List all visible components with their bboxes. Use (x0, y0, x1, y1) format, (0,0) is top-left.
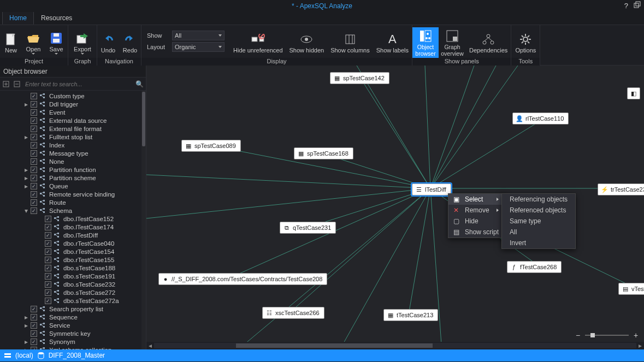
checkbox[interactable] (45, 224, 51, 230)
tree-item[interactable]: dbo.rTestCase154 (0, 247, 146, 256)
tree-item[interactable]: External data source (0, 116, 146, 124)
checkbox[interactable] (31, 175, 37, 181)
checkbox[interactable] (45, 273, 51, 280)
checkbox[interactable] (45, 240, 51, 247)
checkbox[interactable] (31, 109, 37, 116)
expand-icon[interactable]: ▸ (24, 174, 28, 182)
tree-item[interactable]: Symmetric key (0, 329, 146, 337)
tree-item[interactable]: ▸ Xml schema collection (0, 346, 146, 349)
tree-item[interactable]: ▸ Ddl trigger (0, 100, 146, 108)
redo-button[interactable]: Redo (119, 27, 141, 58)
graph-node[interactable]: ▤vTestCas (618, 283, 644, 295)
tree-item[interactable]: dbo.sTestCase232 (0, 280, 146, 288)
tree-item[interactable]: ▸ Service (0, 321, 146, 329)
graph-node[interactable]: 👤rlTestCase110 (512, 112, 569, 124)
graph-node[interactable]: ▦spTestCase142 (330, 72, 389, 84)
checkbox[interactable] (31, 314, 37, 321)
show-labels-button[interactable]: A Show labels (373, 27, 412, 58)
checkbox[interactable] (45, 281, 51, 288)
tree-item[interactable]: dbo.sTestCase272 (0, 288, 146, 296)
sub-referenced[interactable]: Referenced objects (502, 205, 575, 216)
tree-item[interactable]: dbo.rTestCase040 (0, 239, 146, 247)
tab-resources[interactable]: Resources (34, 11, 79, 25)
zoom-track[interactable] (585, 335, 629, 336)
sub-invert[interactable]: Invert (502, 238, 575, 248)
checkbox[interactable] (45, 248, 51, 255)
scroll-right-icon[interactable]: ▸ (636, 342, 644, 349)
ctx-hide[interactable]: ▢Hide (448, 216, 505, 227)
tree-item[interactable]: ▸ Queue (0, 182, 146, 190)
expand-icon[interactable]: ▸ (24, 182, 28, 190)
checkbox[interactable] (31, 167, 37, 173)
checkbox[interactable] (31, 207, 37, 214)
tree-item[interactable]: dbo.sTestCase191 (0, 272, 146, 280)
graph-node[interactable]: ▦tTestCase213 (383, 309, 438, 321)
expand-all-icon[interactable] (1, 79, 11, 89)
expand-icon[interactable]: ▸ (24, 313, 28, 321)
tree-item[interactable]: dbo.lTestDiff (0, 231, 146, 239)
show-columns-button[interactable]: Show columns (327, 27, 373, 58)
checkbox[interactable] (45, 232, 51, 239)
checkbox[interactable] (31, 158, 37, 165)
help-icon[interactable]: ? (624, 2, 628, 10)
sub-same[interactable]: Same type (502, 216, 575, 227)
sub-referencing[interactable]: Referencing objects (502, 194, 575, 205)
sub-all[interactable]: All (502, 227, 575, 238)
tree-item[interactable]: ▾ Schema (0, 206, 146, 215)
tree-item[interactable]: dbo.lTestCase174 (0, 223, 146, 231)
tree-item[interactable]: dbo.sTestCase188 (0, 264, 146, 272)
search-icon[interactable]: 🔍 (133, 80, 146, 88)
tree-item[interactable]: None (0, 157, 146, 165)
checkbox[interactable] (31, 322, 37, 329)
checkbox[interactable] (31, 347, 37, 350)
checkbox[interactable] (45, 257, 51, 263)
tree-item[interactable]: ▸ Partition function (0, 165, 146, 174)
tree-item[interactable]: External file format (0, 124, 146, 133)
graph-node[interactable]: ☷xscTestCase266 (262, 307, 324, 319)
search-input[interactable] (22, 79, 133, 89)
checkbox[interactable] (45, 216, 51, 222)
graph-node[interactable]: ▦spTestCase168 (294, 147, 353, 159)
object-browser-button[interactable]: Object browser (412, 27, 439, 58)
checkbox[interactable] (31, 339, 37, 345)
tree-item[interactable]: ▸ Synonym (0, 337, 146, 346)
checkbox[interactable] (45, 265, 51, 271)
checkbox[interactable] (31, 199, 37, 206)
graph-node[interactable]: ƒfTestCase268 (507, 261, 562, 273)
tree-item[interactable]: Remote service binding (0, 190, 146, 198)
zoom-in-button[interactable]: + (632, 331, 640, 340)
tree-item[interactable]: ▸ Sequence (0, 313, 146, 321)
tree-item[interactable]: Index (0, 141, 146, 149)
tree-item[interactable]: ▸ Fulltext stop list (0, 133, 146, 141)
export-button[interactable]: Export (68, 27, 97, 58)
tree-item[interactable]: dbo.sTestCase272a (0, 296, 146, 305)
options-button[interactable]: Options (511, 27, 540, 58)
expand-icon[interactable]: ▸ (24, 100, 28, 108)
checkbox[interactable] (45, 289, 51, 296)
checkbox[interactable] (31, 142, 37, 149)
show-select[interactable]: All (172, 31, 224, 40)
dependencies-button[interactable]: Dependencies (466, 27, 511, 58)
expand-icon[interactable]: ▸ (24, 338, 28, 346)
expand-icon[interactable]: ▸ (24, 346, 28, 350)
layout-select[interactable]: Organic (172, 42, 224, 52)
expand-icon[interactable]: ▸ (24, 133, 28, 141)
tree-scrollbar[interactable] (141, 91, 146, 349)
tree-item[interactable]: Search property list (0, 305, 146, 313)
expand-icon[interactable]: ▸ (24, 166, 28, 174)
tab-home[interactable]: Home (2, 11, 34, 25)
tree-item[interactable]: dbo.rTestCase155 (0, 256, 146, 264)
collapse-all-icon[interactable] (12, 79, 22, 89)
graph-node[interactable]: ◧ (627, 87, 640, 99)
checkbox[interactable] (31, 183, 37, 189)
graph-node[interactable]: ●//_S_DIFF_2008.com/TestCases/Contracts/… (158, 273, 327, 285)
save-button[interactable]: Save (45, 27, 68, 58)
checkbox[interactable] (31, 126, 37, 132)
tree-item[interactable]: Message type (0, 149, 146, 157)
open-button[interactable]: Open (22, 27, 45, 58)
tree-item[interactable]: Route (0, 198, 146, 206)
zoom-out-button[interactable]: − (574, 331, 582, 340)
ctx-select[interactable]: ▣Select (448, 194, 505, 205)
checkbox[interactable] (31, 191, 37, 198)
checkbox[interactable] (45, 298, 51, 304)
